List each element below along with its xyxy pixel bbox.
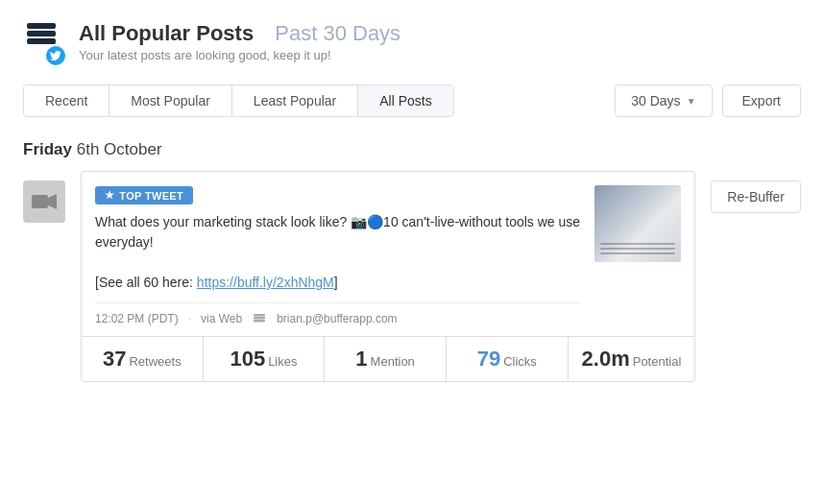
page-header: All Popular Posts Past 30 Days Your late… — [0, 0, 824, 75]
stats-row: 37Retweets 105Likes 1Mention 79Clicks 2.… — [82, 336, 694, 381]
filter-most-popular[interactable]: Most Popular — [109, 85, 231, 116]
post-body: ★ TOP TWEET What does your marketing sta… — [82, 172, 694, 336]
post-card: ★ TOP TWEET What does your marketing sta… — [81, 171, 695, 382]
days-filter-button[interactable]: 30 Days ▼ — [615, 84, 712, 117]
header-text-block: All Popular Posts Past 30 Days Your late… — [79, 21, 400, 62]
post-time: 12:02 PM (PDT) — [95, 312, 179, 325]
video-camera-icon — [23, 180, 65, 223]
svg-marker-4 — [48, 194, 57, 209]
post-author: brian.p@bufferapp.com — [277, 312, 397, 325]
filter-bar: Recent Most Popular Least Popular All Po… — [0, 75, 824, 136]
post-card-wrap: ★ TOP TWEET What does your marketing sta… — [0, 171, 824, 382]
stat-potential: 2.0mPotential — [569, 337, 695, 381]
stat-clicks: 79Clicks — [447, 337, 569, 381]
svg-rect-5 — [254, 320, 265, 323]
filter-recent[interactable]: Recent — [24, 85, 109, 116]
filter-least-popular[interactable]: Least Popular — [232, 85, 358, 116]
date-heading: Friday 6th October — [0, 136, 824, 171]
rebuffer-button[interactable]: Re-Buffer — [711, 180, 801, 213]
post-text: What does your marketing stack look like… — [95, 212, 581, 293]
twitter-badge-icon — [46, 46, 65, 65]
filter-group: Recent Most Popular Least Popular All Po… — [23, 84, 454, 117]
logo-wrap — [23, 17, 65, 65]
top-tweet-badge: ★ TOP TWEET — [95, 186, 193, 204]
post-thumbnail — [594, 185, 681, 262]
chevron-down-icon: ▼ — [687, 96, 696, 107]
post-via: via Web — [201, 312, 242, 325]
post-link[interactable]: https://buff.ly/2xhNhgM — [197, 275, 334, 290]
svg-rect-7 — [254, 314, 265, 317]
svg-rect-6 — [254, 317, 265, 320]
stat-likes: 105Likes — [204, 337, 326, 381]
post-content: ★ TOP TWEET What does your marketing sta… — [95, 185, 581, 326]
buffer-icon-small — [252, 311, 267, 326]
page-subtitle: Your latest posts are looking good, keep… — [79, 48, 400, 62]
post-meta: 12:02 PM (PDT) · via Web brian.p@buffera… — [95, 302, 581, 326]
export-button[interactable]: Export — [722, 84, 801, 117]
filter-all-posts[interactable]: All Posts — [358, 85, 452, 116]
svg-rect-0 — [27, 38, 56, 44]
svg-rect-3 — [32, 195, 48, 208]
page-title: All Popular Posts Past 30 Days — [79, 21, 400, 46]
stat-mention: 1Mention — [325, 337, 447, 381]
svg-rect-2 — [27, 23, 56, 29]
star-icon: ★ — [105, 189, 114, 202]
svg-rect-1 — [27, 31, 56, 36]
stat-retweets: 37Retweets — [82, 337, 204, 381]
